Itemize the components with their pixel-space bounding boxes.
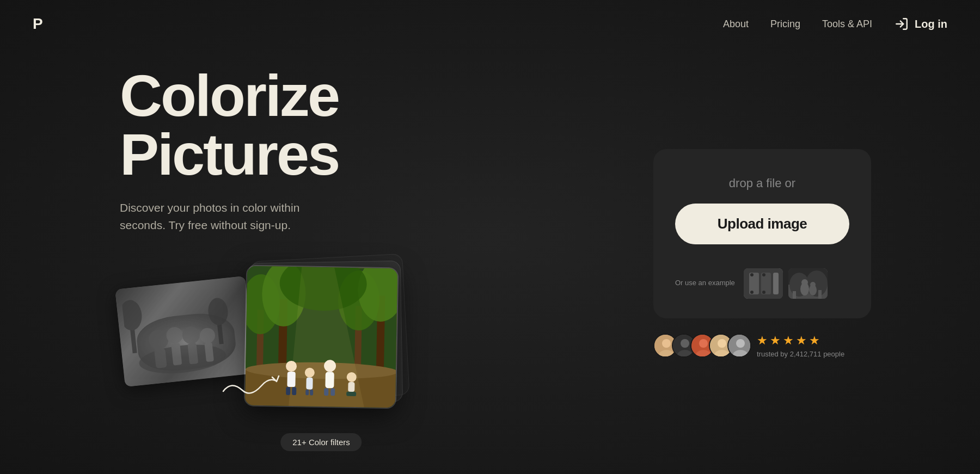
star-1: ★ bbox=[757, 334, 768, 348]
logo[interactable]: P bbox=[33, 15, 42, 33]
svg-point-53 bbox=[806, 270, 828, 297]
svg-rect-54 bbox=[793, 291, 796, 299]
svg-point-73 bbox=[736, 339, 745, 348]
star-2: ★ bbox=[770, 334, 781, 348]
svg-point-31 bbox=[304, 367, 314, 377]
page-wrapper: P About Pricing Tools & API Log in bbox=[0, 0, 980, 474]
login-label: Log in bbox=[915, 18, 947, 30]
photo-demo: 21+ Color filters bbox=[120, 266, 403, 440]
svg-point-6 bbox=[181, 325, 200, 344]
nav-about[interactable]: About bbox=[723, 19, 749, 30]
star-3: ★ bbox=[783, 334, 794, 348]
color-people bbox=[281, 358, 360, 396]
drop-text: drop a file or bbox=[729, 176, 795, 190]
svg-point-64 bbox=[681, 339, 689, 348]
svg-rect-55 bbox=[818, 290, 822, 299]
avatar-5 bbox=[727, 334, 751, 358]
svg-rect-30 bbox=[292, 387, 296, 395]
svg-rect-41 bbox=[346, 392, 356, 396]
arrow-squiggle bbox=[220, 370, 280, 402]
svg-point-35 bbox=[323, 360, 335, 372]
svg-point-57 bbox=[801, 279, 808, 286]
star-4: ★ bbox=[796, 334, 807, 348]
nav-pricing[interactable]: Pricing bbox=[770, 19, 800, 30]
nav-links: About Pricing Tools & API Log in bbox=[723, 16, 947, 32]
upload-dropzone[interactable]: drop a file or Upload image Or use an ex… bbox=[653, 149, 871, 318]
svg-point-2 bbox=[148, 329, 170, 350]
upload-panel: drop a file or Upload image Or use an ex… bbox=[653, 149, 871, 358]
upload-image-button[interactable]: Upload image bbox=[675, 204, 849, 244]
svg-point-48 bbox=[762, 273, 765, 276]
svg-point-27 bbox=[285, 361, 296, 372]
example-thumbnails bbox=[744, 268, 828, 299]
stars: ★ ★ ★ ★ ★ bbox=[757, 334, 844, 348]
svg-point-70 bbox=[718, 339, 726, 348]
hero-subtitle: Discover your photos in color within sec… bbox=[120, 199, 327, 233]
svg-rect-44 bbox=[761, 273, 771, 294]
hero-left: Colorize Pictures Discover your photos i… bbox=[120, 66, 403, 440]
svg-rect-28 bbox=[287, 372, 295, 387]
svg-point-11 bbox=[121, 299, 143, 331]
hero-title: Colorize Pictures bbox=[120, 66, 403, 184]
svg-rect-33 bbox=[305, 390, 309, 396]
svg-rect-36 bbox=[325, 372, 334, 388]
svg-point-49 bbox=[762, 291, 765, 294]
svg-rect-32 bbox=[306, 378, 313, 390]
svg-rect-3 bbox=[154, 348, 167, 368]
svg-point-1 bbox=[138, 341, 227, 377]
hero-section: Colorize Pictures Discover your photos i… bbox=[0, 0, 980, 474]
svg-point-61 bbox=[662, 339, 671, 348]
color-filters-badge: 21+ Color filters bbox=[280, 433, 362, 451]
social-proof: ★ ★ ★ ★ ★ trusted by 2,412,711 people bbox=[653, 334, 871, 358]
svg-point-13 bbox=[207, 297, 229, 326]
examples-row: Or use an example bbox=[675, 268, 849, 299]
example-thumb-1[interactable] bbox=[744, 268, 783, 299]
svg-rect-45 bbox=[773, 273, 779, 294]
trust-text: trusted by 2,412,711 people bbox=[757, 350, 844, 358]
avatars bbox=[653, 334, 746, 358]
svg-rect-40 bbox=[348, 382, 354, 392]
login-icon bbox=[894, 16, 909, 32]
svg-rect-37 bbox=[324, 388, 328, 396]
svg-rect-43 bbox=[749, 273, 759, 294]
example-thumb-2[interactable] bbox=[788, 268, 828, 299]
svg-point-47 bbox=[750, 291, 754, 294]
svg-point-8 bbox=[199, 327, 216, 344]
example-label: Or use an example bbox=[675, 279, 735, 288]
svg-rect-34 bbox=[310, 390, 313, 396]
svg-rect-38 bbox=[330, 388, 335, 396]
svg-rect-29 bbox=[286, 387, 290, 395]
svg-point-39 bbox=[346, 372, 356, 382]
svg-point-46 bbox=[750, 273, 754, 276]
svg-point-4 bbox=[166, 327, 183, 344]
svg-point-67 bbox=[699, 339, 708, 348]
star-5: ★ bbox=[809, 334, 820, 348]
nav-tools-api[interactable]: Tools & API bbox=[822, 19, 872, 30]
stars-trust: ★ ★ ★ ★ ★ trusted by 2,412,711 people bbox=[757, 334, 844, 358]
svg-point-59 bbox=[810, 282, 816, 287]
navbar: P About Pricing Tools & API Log in bbox=[0, 0, 980, 48]
nav-login[interactable]: Log in bbox=[894, 16, 947, 32]
